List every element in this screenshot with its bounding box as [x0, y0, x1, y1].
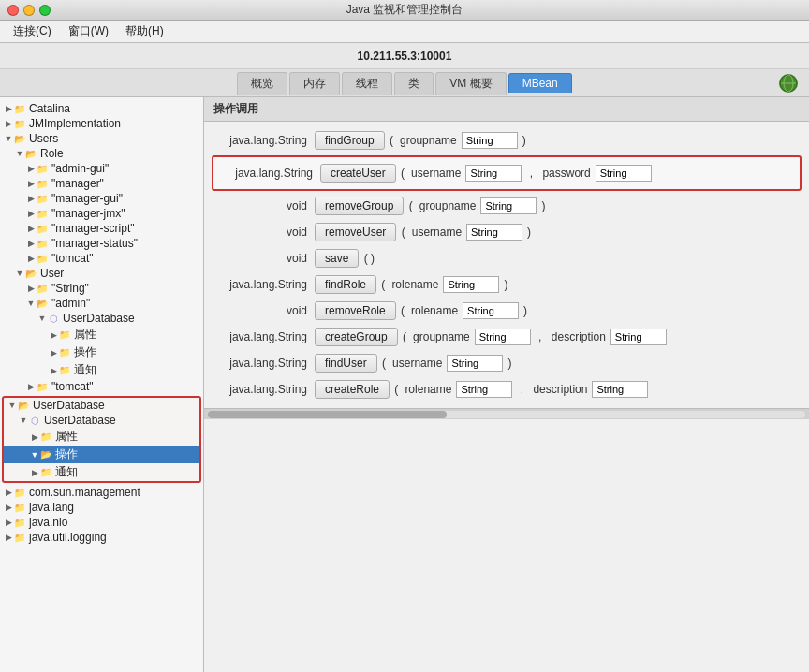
close-button[interactable]	[7, 5, 19, 16]
param-username-input[interactable]	[465, 165, 522, 182]
folder-icon-java-util-logging: 📁	[13, 531, 26, 544]
tree-node-com-sun[interactable]: ▶ 📁 com.sun.management	[0, 485, 203, 500]
maximize-button[interactable]	[39, 5, 51, 16]
param-username3-input[interactable]	[447, 355, 503, 372]
folder-icon-attrs2: 📁	[39, 431, 52, 444]
tree-label-jmimpl: JMImplementation	[29, 117, 121, 130]
tree-node-java-nio[interactable]: ▶ 📁 java.nio	[0, 515, 203, 530]
tree-label-java-util-logging: java.util.logging	[29, 531, 107, 544]
folder-icon-userdatabase-main: 📂	[17, 399, 30, 412]
menu-help[interactable]: 帮助(H)	[118, 22, 171, 41]
param-username2-label: username	[412, 226, 462, 239]
menu-connect[interactable]: 连接(C)	[6, 22, 59, 41]
tab-mbean[interactable]: MBean	[508, 73, 572, 93]
expand-arrow-notifs: ▶	[49, 366, 58, 375]
param-username2-input[interactable]	[466, 224, 522, 241]
comma-createrole: ,	[517, 383, 526, 396]
tree-node-ops[interactable]: ▶ 📁 操作	[0, 343, 203, 361]
op-button-removerole[interactable]: removeRole	[315, 301, 396, 320]
minimize-button[interactable]	[23, 5, 35, 16]
tree-node-manager[interactable]: ▶ 📁 "manager"	[0, 176, 203, 191]
folder-icon-notifs: 📁	[58, 364, 71, 377]
tree-node-jmimpl[interactable]: ▶ 📁 JMImplementation	[0, 116, 203, 131]
param-description-input[interactable]	[610, 329, 667, 345]
tree-label-ops: 操作	[74, 344, 96, 360]
tab-memory[interactable]: 内存	[289, 72, 340, 95]
tree-label-users: Users	[29, 132, 58, 145]
param-rolename-input[interactable]	[443, 276, 499, 293]
expand-arrow-notifs2: ▶	[30, 468, 39, 477]
tab-vm[interactable]: VM 概要	[435, 72, 506, 95]
tree-node-userdatabase-sub[interactable]: ▼ ⬡ UserDatabase	[0, 311, 203, 326]
status-icon	[779, 74, 798, 93]
paren-close-removegroup: )	[541, 199, 545, 212]
expand-arrow-tomcat-role: ▶	[26, 254, 36, 263]
param-groupname-label: groupname	[400, 134, 457, 147]
tab-classes[interactable]: 类	[394, 72, 434, 95]
op-button-findgroup[interactable]: findGroup	[315, 131, 385, 150]
tab-bar: 概览 内存 线程 类 VM 概要 MBean	[0, 69, 809, 97]
op-button-removeuser[interactable]: removeUser	[315, 223, 396, 241]
tree-node-admin-gui[interactable]: ▶ 📁 "admin-gui"	[0, 161, 203, 176]
op-button-save[interactable]: save	[315, 249, 359, 268]
param-rolename2-input[interactable]	[463, 302, 519, 319]
param-groupname-input[interactable]	[462, 132, 518, 149]
op-button-finduser[interactable]: findUser	[315, 354, 377, 373]
return-type-creategroup: java.lang.String	[212, 330, 315, 343]
folder-icon-java-lang: 📁	[13, 501, 26, 514]
folder-icon-tomcat-user: 📁	[36, 380, 49, 393]
menu-window[interactable]: 窗口(W)	[61, 22, 116, 41]
param-password-input[interactable]	[596, 165, 652, 182]
tree-panel: ▶ 📁 Catalina ▶ 📁 JMImplementation ▼ 📂 Us…	[0, 97, 204, 672]
tab-overview[interactable]: 概览	[237, 72, 287, 95]
tree-node-tomcat-role[interactable]: ▶ 📁 "tomcat"	[0, 251, 203, 266]
tree-node-catalina[interactable]: ▶ 📁 Catalina	[0, 101, 203, 116]
tree-node-java-util-logging[interactable]: ▶ 📁 java.util.logging	[0, 530, 203, 545]
tree-node-manager-script[interactable]: ▶ 📁 "manager-script"	[0, 221, 203, 236]
tree-node-users[interactable]: ▼ 📂 Users	[0, 131, 203, 146]
tree-node-notifs[interactable]: ▶ 📁 通知	[0, 361, 203, 379]
op-button-creategroup[interactable]: createGroup	[315, 328, 398, 346]
op-button-removegroup[interactable]: removeGroup	[315, 197, 404, 215]
tree-node-attrs[interactable]: ▶ 📁 属性	[0, 326, 203, 343]
tree-node-attrs2[interactable]: ▶ 📁 属性	[4, 428, 199, 446]
tree-label-java-lang: java.lang	[29, 501, 74, 514]
highlighted-tree-section: ▼ 📂 UserDatabase ▼ ⬡ UserDatabase ▶ 📁 属性	[2, 396, 201, 483]
param-rolename3-input[interactable]	[456, 381, 512, 398]
op-button-findrole[interactable]: findRole	[315, 275, 376, 294]
folder-icon-manager-script: 📁	[36, 222, 49, 235]
param-description2-input[interactable]	[592, 381, 648, 398]
tree-node-notifs2[interactable]: ▶ 📁 通知	[4, 463, 199, 481]
paren-open-removeuser: (	[398, 226, 404, 239]
tree-node-tomcat-user[interactable]: ▶ 📁 "tomcat"	[0, 379, 203, 394]
tree-node-admin-user[interactable]: ▼ 📂 "admin"	[0, 296, 203, 311]
param-rolename2-label: rolename	[411, 304, 458, 317]
folder-icon-com-sun: 📁	[13, 486, 26, 499]
horizontal-scrollbar[interactable]	[204, 408, 809, 419]
op-button-createuser[interactable]: createUser	[320, 164, 396, 183]
op-button-createrole[interactable]: createRole	[315, 380, 390, 399]
tree-node-string-user[interactable]: ▶ 📁 "String"	[0, 281, 203, 296]
tree-node-userdatabase-main[interactable]: ▼ 📂 UserDatabase	[4, 398, 199, 413]
tree-label-ops2: 操作	[55, 446, 78, 462]
tree-node-manager-status[interactable]: ▶ 📁 "manager-status"	[0, 236, 203, 251]
folder-icon-java-nio: 📁	[13, 516, 26, 529]
paren-close-finduser: )	[507, 357, 511, 370]
tree-node-ops2[interactable]: ▼ 📂 操作	[4, 446, 199, 463]
expand-arrow-tomcat-user: ▶	[26, 382, 36, 391]
tree-node-java-lang[interactable]: ▶ 📁 java.lang	[0, 500, 203, 515]
scroll-thumb[interactable]	[208, 411, 447, 418]
window-title: Java 监视和管理控制台	[346, 2, 463, 18]
tab-threads[interactable]: 线程	[342, 72, 392, 95]
param-groupname2-input[interactable]	[480, 197, 537, 214]
folder-icon-jmimpl: 📁	[13, 117, 26, 130]
tree-node-manager-jmx[interactable]: ▶ 📁 "manager-jmx"	[0, 206, 203, 221]
server-address: 10.211.55.3:10001	[358, 50, 452, 63]
tree-node-user-folder[interactable]: ▼ 📂 User	[0, 266, 203, 281]
param-groupname3-input[interactable]	[475, 329, 531, 345]
tree-node-manager-gui[interactable]: ▶ 📁 "manager-gui"	[0, 191, 203, 206]
expand-arrow-java-util-logging: ▶	[4, 533, 13, 542]
tree-node-role[interactable]: ▼ 📂 Role	[0, 146, 203, 161]
expand-arrow-manager: ▶	[26, 179, 36, 188]
tree-node-userdatabase-bean[interactable]: ▼ ⬡ UserDatabase	[4, 413, 199, 428]
